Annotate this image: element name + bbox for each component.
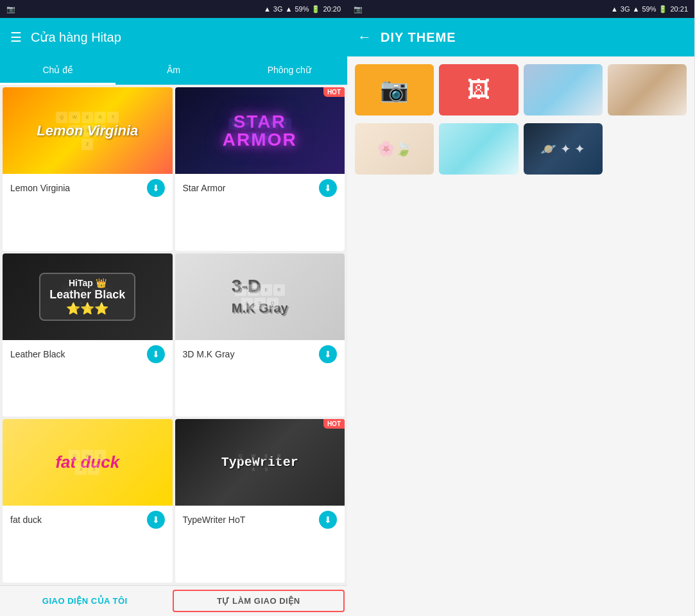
right-status-right: ▲ 3G ▲ 59% 🔋 20:21 — [611, 5, 688, 13]
image-icon: 🖼 — [467, 76, 490, 103]
theme-label-gray: 3D M.K Gray ⬇ — [175, 340, 345, 368]
left-bottom-bar: GIAO DIỆN CỦA TÔI TỰ LÀM GIAO DIỆN — [0, 585, 347, 616]
space-decoration: 🪐 ✦ ✦ — [540, 141, 585, 157]
themes-grid: QWERT ASD Z Lemon Virginia Lemon Virgini… — [0, 85, 347, 585]
my-theme-button[interactable]: GIAO DIỆN CỦA TÔI — [0, 586, 170, 616]
right-status-left: 📷 — [354, 5, 363, 13]
right-signal-icon: ▲ — [633, 5, 640, 13]
battery-icon: 🔋 — [311, 5, 320, 13]
theme-thumb-leather: Q W E R A S HiTap 👑 Leather Black — [3, 253, 173, 340]
time-label: 20:20 — [323, 5, 341, 13]
download-gray[interactable]: ⬇ — [319, 345, 337, 363]
theme-label-typewriter: TypeWriter HoT ⬇ — [175, 506, 345, 534]
back-button[interactable]: ← — [357, 29, 372, 46]
download-typewriter[interactable]: ⬇ — [319, 511, 337, 529]
floral-decoration: 🌸🍃 — [377, 141, 412, 157]
theme-thumb-typewriter: Q W E R A S TypeWriter HOT — [175, 419, 345, 506]
theme-card-typewriter[interactable]: Q W E R A S TypeWriter HOT Type — [175, 419, 345, 583]
status-right: ▲ 3G ▲ 59% 🔋 20:20 — [264, 5, 341, 13]
download-star[interactable]: ⬇ — [319, 179, 337, 197]
hot-badge-typewriter: HOT — [323, 419, 345, 429]
right-screenshot-icon: 📷 — [354, 5, 363, 13]
right-title: DIY THEME — [381, 30, 456, 45]
diy-floral-item[interactable]: 🌸🍃 — [355, 123, 434, 175]
right-panel: 📷 ▲ 3G ▲ 59% 🔋 20:21 ← DIY THEME 📷 🖼 🌸🍃 — [347, 0, 694, 616]
diy-teal-item[interactable] — [439, 123, 518, 175]
diy-empty-item — [608, 123, 687, 175]
diy-space-item[interactable]: 🪐 ✦ ✦ — [524, 123, 603, 175]
theme-label-duck: fat duck ⬇ — [3, 506, 173, 534]
tab-phong-chu[interactable]: Phông chữ — [232, 56, 347, 85]
theme-card-leather[interactable]: Q W E R A S HiTap 👑 Leather Black — [3, 253, 173, 417]
left-title: Cửa hàng Hitap — [31, 30, 121, 45]
right-header: ← DIY THEME — [347, 18, 694, 56]
right-network-label: 3G — [621, 5, 630, 13]
right-wifi-icon: ▲ — [611, 5, 618, 13]
theme-thumb-star: Q W E R T A S STARARMOR HOT — [175, 87, 345, 174]
diy-grid-row1: 📷 🖼 — [347, 56, 694, 123]
theme-thumb-duck: Q W E A S fat duck — [3, 419, 173, 506]
download-leather[interactable]: ⬇ — [147, 345, 165, 363]
theme-card-lemon[interactable]: QWERT ASD Z Lemon Virginia Lemon Virgini… — [3, 87, 173, 251]
right-time-label: 20:21 — [670, 5, 688, 13]
theme-label-lemon: Lemon Virginia ⬇ — [3, 174, 173, 202]
left-tabs: Chủ đề Âm Phông chữ — [0, 56, 347, 85]
download-duck[interactable]: ⬇ — [147, 511, 165, 529]
theme-label-leather: Leather Black ⬇ — [3, 340, 173, 368]
right-status-bar: 📷 ▲ 3G ▲ 59% 🔋 20:21 — [347, 0, 694, 18]
theme-card-duck[interactable]: Q W E A S fat duck fat duck ⬇ — [3, 419, 173, 583]
theme-thumb-gray: Q W E R A S D 3-DM.K Gray — [175, 253, 345, 340]
theme-thumb-lemon: QWERT ASD Z Lemon Virginia — [3, 87, 173, 174]
right-battery-icon: 🔋 — [658, 5, 667, 13]
battery-label: 59% — [295, 5, 309, 13]
network-label: 3G — [273, 5, 283, 13]
diy-image-item[interactable]: 🖼 — [439, 64, 518, 116]
status-left: 📷 — [6, 5, 15, 13]
diy-camera-item[interactable]: 📷 — [355, 64, 434, 116]
diy-cloud-item[interactable] — [524, 64, 603, 116]
tab-chu-de[interactable]: Chủ đề — [0, 56, 116, 85]
screenshot-icon: 📷 — [6, 5, 15, 13]
diy-grid-row2: 🌸🍃 🪐 ✦ ✦ — [347, 123, 694, 182]
signal-icon: ▲ — [286, 5, 293, 13]
left-panel: 📷 ▲ 3G ▲ 59% 🔋 20:20 ☰ Cửa hàng Hitap Ch… — [0, 0, 347, 616]
diy-gradient1-item[interactable] — [608, 64, 687, 116]
camera-icon: 📷 — [380, 76, 409, 103]
right-content-area — [347, 182, 694, 616]
download-lemon[interactable]: ⬇ — [147, 179, 165, 197]
right-battery-label: 59% — [642, 5, 656, 13]
left-header: ☰ Cửa hàng Hitap — [0, 18, 347, 56]
menu-icon[interactable]: ☰ — [10, 30, 22, 45]
diy-theme-button[interactable]: TỰ LÀM GIAO DIỆN — [173, 590, 345, 612]
tab-am[interactable]: Âm — [116, 56, 231, 85]
theme-card-star[interactable]: Q W E R T A S STARARMOR HOT — [175, 87, 345, 251]
hot-badge-star: HOT — [323, 87, 345, 97]
theme-card-gray[interactable]: Q W E R A S D 3-DM.K Gray — [175, 253, 345, 417]
wifi-icon: ▲ — [264, 5, 271, 13]
theme-label-star: Star Armor ⬇ — [175, 174, 345, 202]
left-status-bar: 📷 ▲ 3G ▲ 59% 🔋 20:20 — [0, 0, 347, 18]
